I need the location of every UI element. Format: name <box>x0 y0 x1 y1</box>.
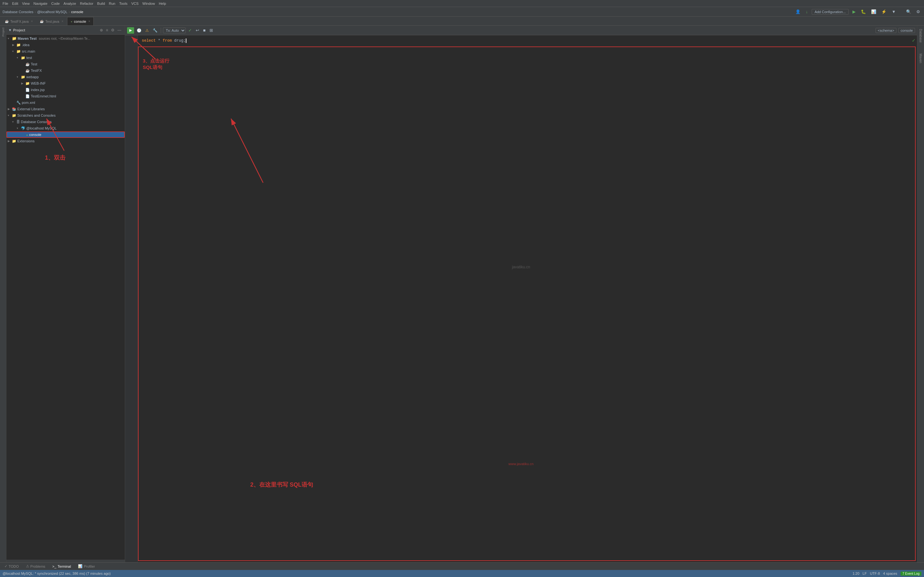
menu-help[interactable]: Help <box>159 2 166 5</box>
schema-dropdown[interactable]: <schema> <box>876 28 897 33</box>
tree-item-external-libs[interactable]: ▶ 📚 External Libraries <box>6 106 125 112</box>
sql-rollback-button[interactable]: ↩ <box>194 27 200 33</box>
editor-area: ▶ 🕐 ⚠ 🔧 Tx: Auto ✓ ↩ ■ ⊞ <schema> consol… <box>125 26 917 562</box>
sync-check-icon: ✓ <box>912 38 916 43</box>
cursor-position[interactable]: 1:20 <box>853 572 859 575</box>
folder-icon: 📁 <box>21 56 25 60</box>
breadcrumb-item-1[interactable]: Database Consoles <box>3 10 33 14</box>
sql-run-button[interactable]: ▶ <box>127 27 134 34</box>
profile-run-button[interactable]: ⚡ <box>880 9 888 15</box>
menu-file[interactable]: File <box>3 2 8 5</box>
sql-table-button[interactable]: ⊞ <box>208 27 214 33</box>
tx-dropdown[interactable]: Tx: Auto <box>163 27 186 33</box>
panel-options-button[interactable]: ⚙ <box>110 27 115 33</box>
menu-bar: File Edit View Navigate Code Analyze Ref… <box>0 0 924 7</box>
tree-item-webapp[interactable]: ▾ 📁 webapp <box>6 74 125 80</box>
project-tab-label[interactable]: Project <box>2 27 5 37</box>
add-configuration-button[interactable]: Add Configuration... <box>812 9 849 15</box>
event-log-button[interactable]: 7 Event Log <box>901 572 921 576</box>
tree-item-testfx-java[interactable]: ▶ ☕ TestFX <box>6 67 125 74</box>
menu-view[interactable]: View <box>22 2 30 5</box>
database-tab[interactable]: Database <box>918 27 923 45</box>
arrow-icon: ▾ <box>8 37 11 40</box>
tree-item-testemmet[interactable]: ▶ 📄 TestEmmet.html <box>6 93 125 99</box>
vcs-update-button[interactable]: ↓ <box>804 9 809 15</box>
tree-label: TestEmmet.html <box>31 94 56 98</box>
indent[interactable]: 4 spaces <box>883 572 897 575</box>
encoding[interactable]: UTF-8 <box>870 572 880 575</box>
bottom-tab-terminal[interactable]: >_ Terminal <box>49 563 74 570</box>
menu-edit[interactable]: Edit <box>12 2 18 5</box>
mysql-icon: 🐬 <box>21 126 25 131</box>
breadcrumb-item-2[interactable]: @localhost MySQL <box>37 10 67 14</box>
tree-label: index.jsp <box>31 88 45 92</box>
tree-label: webapp <box>26 75 39 79</box>
menu-run[interactable]: Run <box>109 2 115 5</box>
arrow-icon: ▶ <box>21 82 24 85</box>
coverage-button[interactable]: 📊 <box>870 9 877 15</box>
settings-button[interactable]: ⚙ <box>915 9 921 15</box>
tree-item-web-inf[interactable]: ▶ 📁 WEB-INF <box>6 80 125 87</box>
sql-clock-button[interactable]: 🕐 <box>136 27 143 33</box>
menu-code[interactable]: Code <box>51 2 60 5</box>
tree-item-extensions[interactable]: ▶ 📁 Extensions <box>6 138 125 144</box>
status-db-info: @localhost MySQL: * synchronized (22 sec… <box>3 572 111 575</box>
folder-icon: 📁 <box>21 75 25 79</box>
menu-refactor[interactable]: Refactor <box>80 2 94 5</box>
tree-label: @localhost MySQL <box>26 126 57 130</box>
locate-file-button[interactable]: ⊕ <box>99 27 104 33</box>
bottom-tab-profiler[interactable]: 📊 Profiler <box>75 563 98 570</box>
profile-button[interactable]: 👤 <box>794 9 802 15</box>
tab-close-console[interactable]: × <box>89 19 90 23</box>
bottom-tab-problems[interactable]: ⚠ Problems <box>23 563 48 570</box>
breadcrumb-item-3[interactable]: console <box>71 10 83 14</box>
tab-close-testfx[interactable]: × <box>31 19 33 23</box>
tree-label: Scratches and Consoles <box>17 113 55 117</box>
menu-analyze[interactable]: Analyze <box>63 2 76 5</box>
tree-item-test-folder[interactable]: ▾ 📁 test <box>6 55 125 61</box>
run-toolbar-button[interactable]: ▶ <box>851 9 857 15</box>
tab-console[interactable]: ⬥ console × <box>67 17 94 25</box>
tree-item-test-java[interactable]: ▶ ☕ Test <box>6 61 125 67</box>
arrow-icon: ▶ <box>8 139 11 143</box>
panel-close-button[interactable]: — <box>116 27 122 33</box>
tab-test[interactable]: ☕ Test.java × <box>36 17 67 25</box>
menu-build[interactable]: Build <box>97 2 105 5</box>
toolbar-separator <box>161 27 161 33</box>
tree-item-src-main[interactable]: ▾ 📁 src.main <box>6 48 125 55</box>
tree-item-console[interactable]: ▶ ⬥ console <box>6 131 125 138</box>
tree-item-localhost-mysql[interactable]: ▾ 🐬 @localhost MySQL <box>6 125 125 131</box>
more-run-button[interactable]: ▼ <box>890 9 897 15</box>
bottom-tab-todo[interactable]: ✓ TODO <box>1 563 22 570</box>
tab-testfx[interactable]: ☕ TestFX.java × <box>1 17 36 25</box>
menu-vcs[interactable]: VCS <box>131 2 139 5</box>
sql-commit-button[interactable]: ✓ <box>187 27 193 33</box>
tree-item-pom[interactable]: ▶ 🔧 pom.xml <box>6 99 125 106</box>
tree-item-maven-test[interactable]: ▾ 📁 Maven Test sources root, ~/Desktop/M… <box>6 35 125 42</box>
tree-item-index-jsp[interactable]: ▶ 📄 index.jsp <box>6 87 125 93</box>
sql-stop-button[interactable]: ■ <box>202 27 207 33</box>
tab-close-test[interactable]: × <box>61 19 63 23</box>
console-dropdown[interactable]: console <box>898 28 915 33</box>
bottom-tab-terminal-label: Terminal <box>58 564 71 568</box>
menu-tools[interactable]: Tools <box>119 2 128 5</box>
tree-item-idea[interactable]: ▶ 📁 .idea <box>6 42 125 48</box>
debug-button[interactable]: 🐛 <box>859 9 867 15</box>
line-ending[interactable]: LF <box>863 572 867 575</box>
collapse-all-button[interactable]: ≡ <box>105 27 109 33</box>
menu-window[interactable]: Window <box>142 2 155 5</box>
code-editor[interactable]: select * from drug; <box>138 35 917 562</box>
terminal-icon: >_ <box>52 564 57 568</box>
bottom-tabs-bar: ✓ TODO ⚠ Problems >_ Terminal 📊 Profiler <box>0 562 924 570</box>
project-panel-header: ▾ Project ⊕ ≡ ⚙ — <box>6 26 125 35</box>
menu-navigate[interactable]: Navigate <box>33 2 47 5</box>
maven-tab[interactable]: Maven <box>918 52 923 65</box>
tree-item-scratches[interactable]: ▾ 📁 Scratches and Consoles <box>6 112 125 119</box>
tree-label: Maven Test <box>18 37 37 40</box>
project-dropdown-icon[interactable]: ▾ <box>9 27 11 32</box>
tree-item-database-consoles[interactable]: ▾ 🗄 Database Consoles <box>6 119 125 125</box>
project-scrollbar[interactable] <box>6 560 125 562</box>
search-everywhere-button[interactable]: 🔍 <box>905 9 913 15</box>
sql-warning-button[interactable]: ⚠ <box>144 27 150 33</box>
sql-wrench-button[interactable]: 🔧 <box>152 27 159 33</box>
